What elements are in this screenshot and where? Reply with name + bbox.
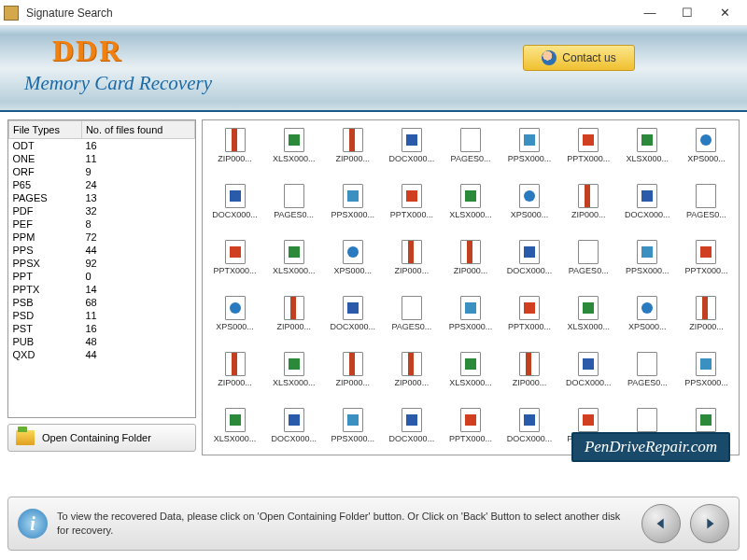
cell-count: 92 <box>81 257 194 270</box>
file-item[interactable]: PAGES0... <box>560 240 617 292</box>
file-item[interactable]: ZIP000... <box>324 128 381 180</box>
file-item[interactable]: ZIP000... <box>206 352 263 404</box>
file-item[interactable]: PPTX000... <box>501 296 558 348</box>
file-item[interactable]: DOCX000... <box>206 184 263 236</box>
file-zip-icon <box>284 296 304 320</box>
file-item[interactable]: PPTX000... <box>678 240 735 292</box>
col-header-count[interactable]: No. of files found <box>81 121 194 139</box>
cell-type: P65 <box>9 178 82 191</box>
table-row[interactable]: QXD44 <box>9 348 195 361</box>
file-item[interactable]: DOCX000... <box>383 128 440 180</box>
open-containing-folder-button[interactable]: Open Containing Folder <box>7 424 196 452</box>
table-row[interactable]: PAGES13 <box>9 191 195 204</box>
file-item[interactable]: XLSX000... <box>442 352 499 404</box>
table-row[interactable]: ODT16 <box>9 139 195 153</box>
file-item[interactable]: ZIP000... <box>265 296 322 348</box>
file-item[interactable]: XLSX000... <box>265 240 322 292</box>
file-ppsx-icon <box>460 296 481 320</box>
file-item[interactable]: XLSX000... <box>619 128 676 180</box>
file-item[interactable]: ZIP000... <box>324 352 381 404</box>
table-row[interactable]: PPTX14 <box>9 283 195 296</box>
file-item[interactable]: XPS000... <box>678 128 735 180</box>
file-label: DOCX000... <box>507 434 553 443</box>
file-item[interactable]: PAGES0... <box>383 296 440 348</box>
table-row[interactable]: PSB68 <box>9 296 195 309</box>
file-item[interactable]: PPSX000... <box>678 352 735 404</box>
file-item[interactable]: DOCX000... <box>501 240 558 292</box>
file-item[interactable]: XPS000... <box>501 184 558 236</box>
file-item[interactable]: ZIP000... <box>442 240 499 292</box>
file-docx-icon <box>402 408 422 432</box>
file-item[interactable]: PPSX000... <box>324 184 381 236</box>
content-area: File Types No. of files found ODT16ONE11… <box>0 112 747 463</box>
cell-count: 11 <box>81 152 194 165</box>
file-item[interactable]: PAGES0... <box>619 352 676 404</box>
file-item[interactable]: ZIP000... <box>560 184 617 236</box>
file-item[interactable]: PPTX000... <box>206 240 263 292</box>
contact-us-button[interactable]: Contact us <box>523 45 635 71</box>
table-row[interactable]: PST16 <box>9 322 195 335</box>
file-item[interactable]: XLSX000... <box>442 184 499 236</box>
file-label: ZIP000... <box>689 322 724 331</box>
file-item[interactable]: PPSX000... <box>442 296 499 348</box>
table-row[interactable]: PEF8 <box>9 217 195 231</box>
file-label: XLSX000... <box>567 322 610 331</box>
table-row[interactable]: P6524 <box>9 178 195 191</box>
file-item[interactable]: XLSX000... <box>560 296 617 348</box>
file-item[interactable]: PPTX000... <box>560 128 617 180</box>
file-item[interactable]: ZIP000... <box>501 352 558 404</box>
file-xps-icon <box>519 184 540 208</box>
table-row[interactable]: ONE11 <box>9 152 195 165</box>
file-item[interactable]: PPSX000... <box>324 408 381 455</box>
file-item[interactable]: DOCX000... <box>383 408 440 455</box>
file-item[interactable]: ZIP000... <box>383 240 440 292</box>
file-zip-icon <box>519 352 540 376</box>
back-button[interactable] <box>641 504 681 543</box>
close-button[interactable]: ✕ <box>706 2 743 24</box>
file-item[interactable]: PPTX000... <box>442 408 499 455</box>
file-item[interactable]: PPSX000... <box>619 240 676 292</box>
file-item[interactable]: XLSX000... <box>206 408 263 455</box>
file-item[interactable]: PAGES0... <box>265 184 322 236</box>
file-item[interactable]: ZIP000... <box>206 128 263 180</box>
file-item[interactable]: DOCX000... <box>324 296 381 348</box>
file-item[interactable]: DOCX000... <box>501 408 558 455</box>
file-item[interactable]: DOCX000... <box>619 184 676 236</box>
file-pptx-icon <box>460 408 481 432</box>
file-item[interactable]: XPS000... <box>619 296 676 348</box>
file-item[interactable]: XPS000... <box>206 296 263 348</box>
maximize-button[interactable]: ☐ <box>669 2 706 24</box>
file-item[interactable]: DOCX000... <box>265 408 322 455</box>
file-item[interactable]: ZIP000... <box>678 296 735 348</box>
file-item[interactable]: DOCX000... <box>560 352 617 404</box>
table-row[interactable]: PPSX92 <box>9 257 195 270</box>
file-types-table-wrap[interactable]: File Types No. of files found ODT16ONE11… <box>7 119 196 418</box>
file-item[interactable]: ZIP000... <box>383 352 440 404</box>
file-label: PPSX000... <box>449 322 493 331</box>
table-row[interactable]: PPS44 <box>9 244 195 257</box>
titlebar: Signature Search — ☐ ✕ <box>0 0 747 26</box>
file-item[interactable]: PAGES0... <box>678 184 735 236</box>
file-item[interactable]: PPTX000... <box>383 184 440 236</box>
file-label: ZIP000... <box>276 322 311 331</box>
table-row[interactable]: PDF32 <box>9 204 195 217</box>
file-item[interactable]: PAGES0... <box>442 128 499 180</box>
file-item[interactable]: PPSX000... <box>501 128 558 180</box>
table-row[interactable]: PUB48 <box>9 335 195 348</box>
file-item[interactable]: XLSX000... <box>265 352 322 404</box>
forward-button[interactable] <box>690 504 729 543</box>
file-item[interactable]: XLSX000... <box>265 128 322 180</box>
file-item[interactable]: XPS000... <box>324 240 381 292</box>
col-header-file-types[interactable]: File Types <box>9 121 82 139</box>
file-label: XLSX000... <box>214 434 257 443</box>
table-row[interactable]: PSD11 <box>9 309 195 322</box>
table-row[interactable]: PPT0 <box>9 270 195 283</box>
file-list-pane[interactable]: ZIP000...XLSX000...ZIP000...DOCX000...PA… <box>202 119 740 455</box>
file-label: PPTX000... <box>567 154 610 163</box>
contact-avatar-icon <box>542 50 557 65</box>
table-row[interactable]: ORF9 <box>9 165 195 178</box>
table-row[interactable]: PPM72 <box>9 231 195 244</box>
open-button-label: Open Containing Folder <box>42 432 151 443</box>
minimize-button[interactable]: — <box>631 2 669 24</box>
file-label: DOCX000... <box>212 210 258 219</box>
